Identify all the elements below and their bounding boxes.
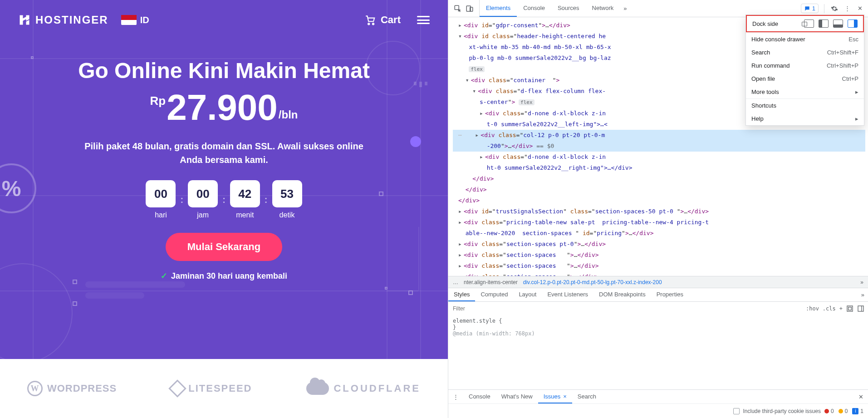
styles-overflow[interactable]: »: [858, 291, 868, 298]
tab-styles[interactable]: Styles: [448, 288, 475, 301]
tab-layout[interactable]: Layout: [513, 288, 542, 301]
toggle-sidebar-icon[interactable]: [857, 305, 864, 312]
hero-subtitle: Pilih paket 48 bulan, gratis domain dan …: [0, 139, 448, 167]
dock-separate-window[interactable]: [804, 20, 814, 28]
country-code: ID: [140, 15, 149, 25]
cart-button[interactable]: Cart: [364, 14, 401, 26]
settings-button[interactable]: [830, 4, 839, 13]
hostinger-logo-icon: [18, 14, 31, 26]
selected-dom-node[interactable]: ⋯ ▸<div class="col-12 p-0 pt-20 pt-0-m: [453, 130, 865, 141]
tab-event-listeners[interactable]: Event Listeners: [542, 288, 593, 301]
logo-litespeed: LITESPEED: [171, 382, 252, 395]
new-rule-button[interactable]: +: [839, 305, 843, 312]
dock-right[interactable]: [848, 20, 858, 28]
logo-cloudflare: CLOUDFLARE: [306, 382, 421, 395]
devtools-context-menu: Dock side Hide console drawerEsc SearchC…: [745, 15, 864, 126]
issues-icon: [804, 5, 810, 12]
styles-tabbar: Styles Computed Layout Event Listeners D…: [448, 288, 868, 301]
dock-left[interactable]: [819, 20, 829, 28]
hero-section: Go Online Kini Makin Hemat Rp 27.900 /bl…: [0, 26, 448, 281]
cls-toggle[interactable]: .cls: [823, 305, 836, 312]
styles-filter-input[interactable]: [448, 305, 806, 312]
hero-title: Go Online Kini Makin Hemat: [0, 58, 448, 83]
gear-icon: [831, 5, 838, 12]
logo-wordpress: W WORDPRESS: [27, 381, 117, 396]
menu-hide-console-drawer[interactable]: Hide console drawerEsc: [746, 33, 864, 46]
check-icon: ✓: [161, 271, 167, 281]
country-selector[interactable]: ID: [121, 15, 149, 25]
svg-point-0: [368, 23, 369, 25]
countdown-seconds: 53: [272, 180, 302, 207]
inspect-icon[interactable]: [454, 5, 462, 13]
drawer-tab-search[interactable]: Search: [572, 390, 602, 403]
brand-name: HOSTINGER: [35, 14, 108, 26]
hero-price: Rp 27.900 /bln: [0, 89, 448, 126]
wordpress-icon: W: [27, 381, 43, 396]
menu-help[interactable]: Help▸: [746, 112, 864, 125]
devtools-menu-button[interactable]: ⋮: [843, 4, 852, 13]
price-value: 27.900: [167, 89, 278, 126]
device-toggle-icon[interactable]: [466, 5, 474, 13]
cloudflare-icon: [306, 382, 329, 395]
flag-icon: [121, 15, 137, 25]
styles-rules[interactable]: element.style { } @media (min-width: 768…: [448, 315, 868, 342]
svg-rect-7: [858, 306, 863, 311]
website-page: % HOSTINGER ID Cart: [0, 0, 448, 418]
errors-count[interactable]: 0: [824, 408, 834, 414]
drawer-tab-console[interactable]: Console: [463, 390, 496, 403]
chevron-right-icon: ▸: [855, 115, 858, 122]
drawer-menu[interactable]: ⋮: [448, 393, 463, 400]
chevron-right-icon: ▸: [855, 89, 858, 95]
devtools-close-button[interactable]: ✕: [855, 4, 864, 13]
cart-icon: [364, 14, 376, 26]
countdown-minutes: 42: [230, 180, 260, 207]
price-currency: Rp: [150, 94, 166, 108]
menu-shortcuts[interactable]: Shortcuts: [746, 99, 864, 112]
countdown-hours: 00: [188, 180, 218, 207]
svg-rect-5: [847, 306, 853, 311]
hov-toggle[interactable]: :hov: [806, 305, 819, 312]
litespeed-icon: [168, 379, 186, 398]
menu-button[interactable]: [417, 16, 430, 24]
breadcrumb-scroll-right[interactable]: »: [860, 279, 863, 285]
menu-open-file[interactable]: Open fileCtrl+P: [746, 72, 864, 85]
menu-more-tools[interactable]: More tools▸: [746, 85, 864, 98]
tab-network[interactable]: Network: [586, 0, 620, 17]
dock-side-row: Dock side: [746, 15, 864, 31]
tab-elements[interactable]: Elements: [480, 0, 517, 17]
warnings-count[interactable]: 0: [839, 408, 848, 414]
guarantee-text: ✓ Jaminan 30 hari uang kembali: [0, 271, 448, 281]
tab-properties[interactable]: Properties: [651, 288, 689, 301]
svg-rect-6: [848, 307, 852, 310]
devtools-drawer: ⋮ Console What's New Issues× Search ✕ In…: [448, 389, 868, 418]
tab-computed[interactable]: Computed: [475, 288, 513, 301]
dock-bottom[interactable]: [833, 20, 843, 28]
dom-breadcrumb[interactable]: … nter.align-items-center div.col-12.p-0…: [448, 276, 868, 288]
countdown-timer: 00hari : 00jam : 42menit : 53detik: [0, 180, 448, 219]
close-icon[interactable]: ×: [563, 393, 567, 400]
brand-logo[interactable]: HOSTINGER: [18, 14, 108, 26]
issues-indicator[interactable]: 1: [801, 4, 819, 13]
tab-sources[interactable]: Sources: [551, 0, 586, 17]
cart-label: Cart: [381, 14, 401, 26]
drawer-tab-whatsnew[interactable]: What's New: [496, 390, 538, 403]
price-period: /bln: [279, 108, 298, 121]
styles-filter-row: :hov .cls +: [448, 301, 868, 315]
tab-dom-breakpoints[interactable]: DOM Breakpoints: [593, 288, 651, 301]
trust-logos: W WORDPRESS LITESPEED CLOUDFLARE: [0, 359, 448, 418]
include-third-party-label: Include third-party cookie issues: [743, 408, 821, 414]
menu-run-command[interactable]: Run commandCtrl+Shift+P: [746, 59, 864, 72]
tabs-overflow[interactable]: »: [620, 5, 630, 12]
computed-panel-icon[interactable]: [846, 305, 853, 312]
drawer-close-button[interactable]: ✕: [854, 393, 868, 400]
info-count[interactable]: i1: [852, 408, 863, 414]
svg-point-1: [373, 23, 374, 25]
navbar: HOSTINGER ID Cart: [0, 0, 448, 26]
drawer-tab-issues[interactable]: Issues×: [538, 390, 572, 403]
devtools-panel: Elements Console Sources Network » 1 ⋮ ✕…: [448, 0, 868, 418]
include-third-party-checkbox[interactable]: [733, 408, 740, 414]
dock-side-label: Dock side: [752, 20, 778, 27]
menu-search[interactable]: SearchCtrl+Shift+F: [746, 46, 864, 59]
cta-button[interactable]: Mulai Sekarang: [166, 233, 282, 261]
tab-console[interactable]: Console: [517, 0, 551, 17]
